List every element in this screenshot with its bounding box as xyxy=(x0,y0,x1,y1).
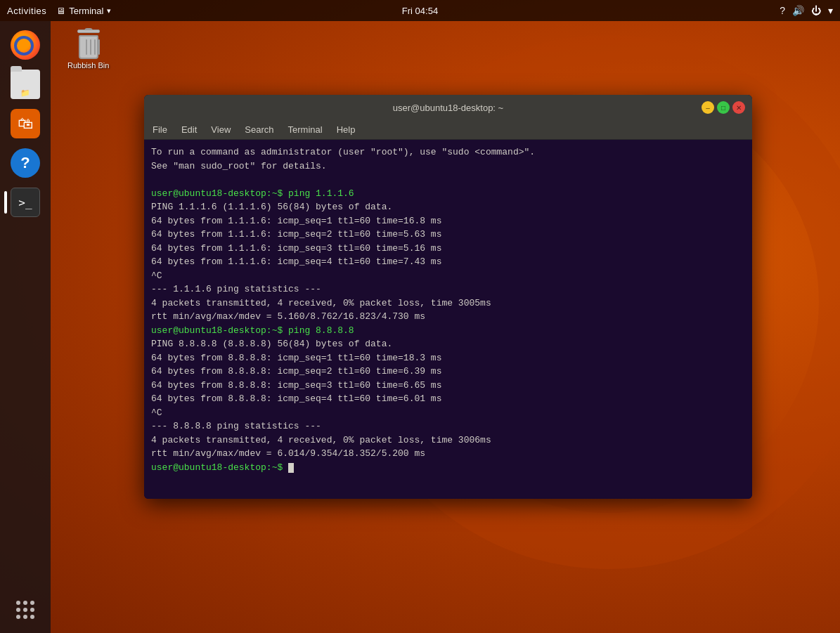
dot-3 xyxy=(30,601,34,605)
terminal-line: 64 bytes from 8.8.8.8: icmp_seq=2 ttl=60… xyxy=(151,365,745,379)
power-icon[interactable]: ⏻ xyxy=(811,5,821,16)
minimize-button[interactable]: – xyxy=(702,101,714,114)
terminal-line: user@ubuntu18-desktop:~$ xyxy=(151,461,745,475)
dot-2 xyxy=(23,601,27,605)
terminal-icon: >_ xyxy=(11,188,40,217)
firefox-icon xyxy=(11,30,40,60)
cursor xyxy=(288,463,294,473)
sidebar-item-software[interactable]: 🛍 xyxy=(8,107,42,141)
menu-view[interactable]: View xyxy=(211,124,231,135)
help-tray-icon[interactable]: ? xyxy=(780,5,785,16)
sidebar-item-firefox[interactable] xyxy=(8,28,42,62)
volume-icon[interactable]: 🔊 xyxy=(792,5,804,16)
topbar: Activities 🖥 Terminal ▾ Fri 04:54 ? 🔊 ⏻ … xyxy=(0,0,840,21)
terminal-window: user@ubuntu18-desktop: ~ – □ ✕ File Edit… xyxy=(144,95,752,499)
terminal-line: ^C xyxy=(151,269,745,283)
terminal-line: See "man sudo_root" for details. xyxy=(151,159,745,174)
terminal-line: 4 packets transmitted, 4 received, 0% pa… xyxy=(151,433,745,448)
dot-8 xyxy=(23,615,27,619)
dot-5 xyxy=(23,608,27,612)
terminal-line: rtt min/avg/max/mdev = 5.160/8.762/16.82… xyxy=(151,310,745,324)
sidebar-item-terminal[interactable]: >_ xyxy=(8,185,42,219)
activities-button[interactable]: Activities xyxy=(7,6,46,16)
help-icon: ? xyxy=(11,148,40,178)
terminal-line: ^C xyxy=(151,406,745,420)
menu-edit[interactable]: Edit xyxy=(181,124,197,135)
menu-search[interactable]: Search xyxy=(245,124,273,135)
maximize-button[interactable]: □ xyxy=(717,101,730,114)
rubbish-bin-desktop-icon[interactable]: Rubbish Bin xyxy=(67,28,109,70)
close-button[interactable]: ✕ xyxy=(732,101,745,114)
menu-terminal[interactable]: Terminal xyxy=(288,124,323,135)
sidebar: 📁 🛍 ? >_ xyxy=(0,21,51,633)
window-controls: – □ ✕ xyxy=(702,101,745,114)
terminal-line: 64 bytes from 1.1.1.6: icmp_seq=3 ttl=60… xyxy=(151,242,745,256)
terminal-titlebar: user@ubuntu18-desktop: ~ – □ ✕ xyxy=(144,95,752,120)
terminal-output[interactable]: To run a command as administrator (user … xyxy=(144,140,752,499)
terminal-line: --- 8.8.8.8 ping statistics --- xyxy=(151,419,745,433)
app-store-icon: 🛍 xyxy=(11,109,40,138)
terminal-line: 4 packets transmitted, 4 received, 0% pa… xyxy=(151,296,745,311)
sidebar-item-files[interactable]: 📁 xyxy=(8,67,42,101)
terminal-line: user@ubuntu18-desktop:~$ ping 1.1.1.6 xyxy=(151,187,745,201)
terminal-dropdown-arrow[interactable]: ▾ xyxy=(107,6,111,15)
apps-grid-button[interactable] xyxy=(16,601,34,619)
terminal-line: 64 bytes from 8.8.8.8: icmp_seq=4 ttl=60… xyxy=(151,392,745,406)
terminal-line: 64 bytes from 1.1.1.6: icmp_seq=4 ttl=60… xyxy=(151,255,745,269)
terminal-line: 64 bytes from 1.1.1.6: icmp_seq=1 ttl=60… xyxy=(151,214,745,228)
terminal-line: PING 1.1.1.6 (1.1.1.6) 56(84) bytes of d… xyxy=(151,200,745,214)
rubbish-bin-icon xyxy=(76,28,101,59)
terminal-menubar: File Edit View Search Terminal Help xyxy=(144,120,752,140)
dot-4 xyxy=(16,608,20,612)
terminal-app-indicator[interactable]: 🖥 Terminal ▾ xyxy=(56,6,111,16)
terminal-line: --- 1.1.1.6 ping statistics --- xyxy=(151,282,745,296)
system-tray: ? 🔊 ⏻ ▾ xyxy=(780,5,833,16)
dot-7 xyxy=(16,615,20,619)
dot-6 xyxy=(30,608,34,612)
terminal-line: user@ubuntu18-desktop:~$ ping 8.8.8.8 xyxy=(151,324,745,338)
terminal-screen-icon: 🖥 xyxy=(56,6,65,16)
tray-dropdown-arrow[interactable]: ▾ xyxy=(828,5,833,16)
terminal-line xyxy=(151,173,745,187)
terminal-line: PING 8.8.8.8 (8.8.8.8) 56(84) bytes of d… xyxy=(151,337,745,351)
terminal-line: 64 bytes from 1.1.1.6: icmp_seq=2 ttl=60… xyxy=(151,228,745,242)
menu-file[interactable]: File xyxy=(153,124,167,135)
clock: Fri 04:54 xyxy=(402,6,438,16)
terminal-line: To run a command as administrator (user … xyxy=(151,145,745,159)
terminal-window-title: user@ubuntu18-desktop: ~ xyxy=(393,103,503,113)
sidebar-item-help[interactable]: ? xyxy=(8,146,42,180)
menu-help[interactable]: Help xyxy=(337,124,356,135)
dot-1 xyxy=(16,601,20,605)
terminal-line: 64 bytes from 8.8.8.8: icmp_seq=1 ttl=60… xyxy=(151,351,745,365)
terminal-line: 64 bytes from 8.8.8.8: icmp_seq=3 ttl=60… xyxy=(151,379,745,393)
terminal-line: rtt min/avg/max/mdev = 6.014/9.354/18.35… xyxy=(151,447,745,461)
dot-9 xyxy=(30,615,34,619)
rubbish-bin-label: Rubbish Bin xyxy=(67,60,109,70)
